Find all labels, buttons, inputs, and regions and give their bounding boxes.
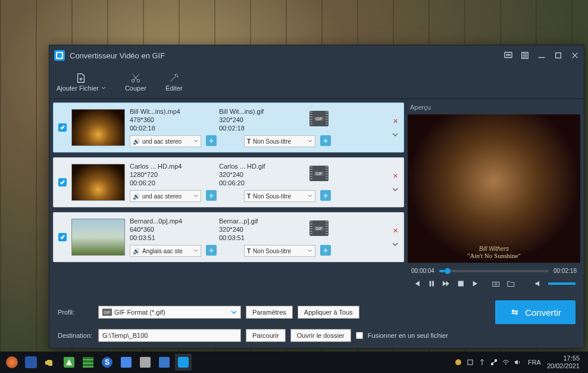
cut-button[interactable]: Couper [125, 73, 146, 92]
close-icon[interactable] [571, 51, 579, 60]
profile-dropdown[interactable]: GIFGIF Format (*.gif) [98, 306, 241, 319]
taskbar-app-1[interactable] [4, 354, 20, 371]
tray-wifi-icon[interactable] [502, 358, 510, 366]
preview-artist: Bill Withers [408, 245, 580, 252]
audio-value: Anglais aac ste [142, 248, 191, 254]
destination-input[interactable]: G:\Temp\_B100 [98, 329, 241, 342]
timeline: 00:00:04 00:02:18 [408, 265, 580, 276]
subtitle-dropdown[interactable]: T Non Sous-titre [244, 245, 315, 257]
app-icon [54, 50, 65, 61]
expand-row-icon[interactable] [392, 131, 399, 138]
file-checkbox[interactable] [58, 178, 67, 186]
audio-dropdown[interactable]: 🔊 Anglais aac ste [130, 245, 201, 257]
settings-button[interactable]: Paramètres [246, 306, 293, 319]
prev-icon[interactable] [412, 279, 421, 288]
file-thumbnail [71, 109, 125, 146]
chevron-down-icon [308, 248, 312, 253]
source-info: Bernard...0p].mp4 640*360 00:03:51 [130, 217, 207, 241]
remove-row-button[interactable]: ✕ [393, 227, 398, 235]
expand-row-icon[interactable] [392, 186, 399, 193]
profile-value: GIF Format (*.gif) [114, 309, 165, 316]
svg-point-15 [137, 79, 140, 82]
add-subtitle-button[interactable]: + [320, 245, 331, 256]
merge-checkbox[interactable] [356, 332, 363, 339]
titlebar: Convertisseur Vidéo en GIF [49, 45, 584, 66]
convert-button[interactable]: Convertir [495, 300, 576, 324]
taskbar-app-6[interactable]: S [99, 354, 115, 371]
volume-slider[interactable] [548, 282, 576, 285]
file-checkbox[interactable] [58, 233, 67, 241]
output-resolution: 320*240 [219, 226, 296, 233]
svg-point-24 [455, 359, 461, 365]
tray-usb-icon[interactable] [478, 358, 486, 366]
snapshot-icon[interactable] [492, 279, 501, 288]
tray-network-icon[interactable] [490, 358, 498, 366]
app-title: Convertisseur Vidéo en GIF [70, 51, 504, 60]
convert-icon [509, 307, 520, 318]
add-file-button[interactable]: Ajouter Fichier [57, 73, 106, 92]
remove-row-button[interactable]: ✕ [393, 117, 398, 125]
system-tray: FRA 17:55 20/02/2021 [454, 355, 584, 370]
maximize-icon[interactable] [554, 51, 562, 60]
svg-rect-9 [556, 53, 561, 58]
tray-icon-1[interactable] [454, 358, 462, 366]
taskbar-app-3[interactable] [42, 354, 58, 371]
svg-rect-25 [468, 360, 473, 365]
output-duration: 00:02:18 [219, 125, 296, 132]
fastforward-icon[interactable] [442, 279, 451, 288]
output-resolution: 320*240 [219, 116, 296, 123]
taskbar-app-active[interactable] [175, 354, 192, 371]
file-row[interactable]: Bernard...0p].mp4 640*360 00:03:51 Berna… [53, 212, 404, 262]
file-checkbox[interactable] [58, 123, 67, 132]
apply-all-button[interactable]: Appliquer à Tous [298, 306, 359, 319]
file-row[interactable]: Carlos ... HD.mp4 1280*720 00:06:20 Carl… [53, 157, 404, 207]
tray-icon-2[interactable] [466, 358, 474, 366]
tray-volume-icon[interactable] [514, 358, 522, 366]
chevron-down-icon [193, 194, 198, 198]
text-icon: T [247, 138, 251, 145]
taskbar-app-5[interactable] [80, 354, 96, 371]
audio-dropdown[interactable]: 🔊 und aac stereo [130, 135, 201, 147]
file-thumbnail [71, 164, 125, 201]
tray-clock[interactable]: 17:55 20/02/2021 [547, 355, 580, 370]
chevron-down-icon [101, 86, 106, 91]
edit-button[interactable]: Éditer [165, 73, 183, 92]
volume-icon[interactable] [534, 279, 543, 288]
taskbar-app-9[interactable] [156, 354, 173, 371]
expand-row-icon[interactable] [392, 241, 399, 248]
taskbar-app-7[interactable] [118, 354, 135, 371]
add-subtitle-button[interactable]: + [320, 190, 331, 201]
add-subtitle-button[interactable]: + [320, 135, 331, 146]
output-info: Bernar...p].gif 320*240 00:03:51 [219, 217, 296, 241]
taskbar-app-8[interactable] [137, 354, 154, 371]
destination-value: G:\Temp\_B100 [102, 332, 148, 339]
taskbar-app-2[interactable] [23, 354, 39, 371]
remove-row-button[interactable]: ✕ [393, 172, 398, 180]
seek-thumb[interactable] [445, 268, 451, 274]
tray-time: 17:55 [547, 355, 580, 362]
next-icon[interactable] [471, 279, 480, 288]
browse-button[interactable]: Parcourir [246, 329, 286, 342]
add-audio-button[interactable]: + [206, 190, 217, 201]
stop-icon[interactable] [456, 279, 465, 288]
taskbar-app-4[interactable] [61, 354, 77, 371]
menu-icon[interactable] [521, 51, 529, 60]
preview-video[interactable]: Bill Withers "Ain't No Sunshine" [408, 114, 580, 263]
add-audio-button[interactable]: + [206, 245, 217, 256]
file-row[interactable]: Bill Wit...ins).mp4 478*360 00:02:18 Bil… [53, 102, 404, 153]
folder-icon[interactable] [506, 279, 515, 288]
time-total: 00:02:18 [553, 268, 577, 274]
audio-dropdown[interactable]: 🔊 und aac stereo [130, 190, 201, 202]
subtitle-dropdown[interactable]: T Non Sous-titre [244, 135, 315, 147]
comment-icon[interactable] [504, 51, 512, 60]
add-audio-button[interactable]: + [206, 135, 217, 146]
open-folder-button[interactable]: Ouvrir le dossier [290, 329, 351, 342]
toolbar: Ajouter Fichier Couper Éditer [49, 66, 584, 99]
tray-lang[interactable]: FRA [528, 359, 541, 366]
svg-rect-20 [432, 281, 434, 286]
svg-rect-21 [458, 281, 464, 286]
seek-bar[interactable] [439, 270, 549, 272]
pause-icon[interactable] [427, 279, 436, 288]
minimize-icon[interactable] [537, 51, 546, 60]
subtitle-dropdown[interactable]: T Non Sous-titre [244, 190, 315, 202]
